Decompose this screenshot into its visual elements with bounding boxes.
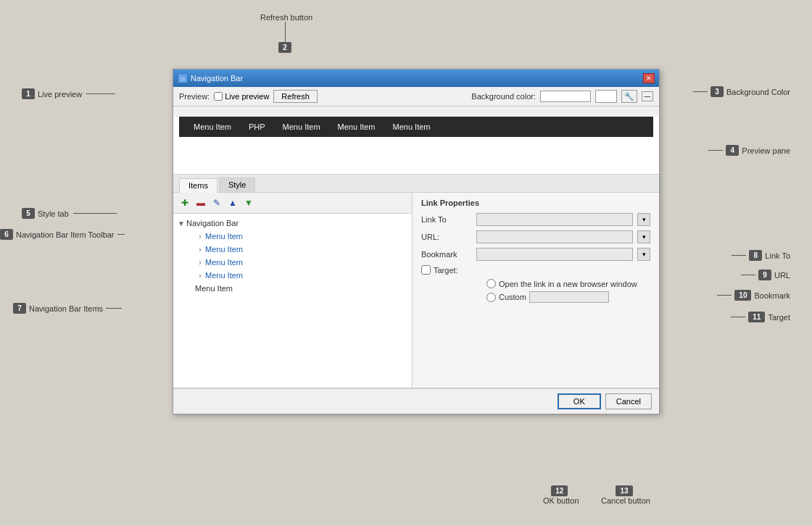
toolbar-row: Preview: Live preview Refresh Background… [173,87,659,107]
eyedropper-icon: 🔧 [624,92,634,101]
tree-item-1[interactable]: › Menu Item [173,230,412,243]
navigation-bar-dialog: ▤ Navigation Bar ✕ Preview: Live preview… [173,69,660,414]
annotation-target: 11 Target [731,312,790,322]
bg-color-label: Background color: [471,92,536,101]
nav-preview-item-3[interactable]: Menu Item [274,120,329,134]
bottom-bar: OK Cancel [173,388,659,414]
tab-items[interactable]: Items [179,178,218,193]
radio-new-window-row: Open the link in a new browser window [486,279,650,288]
bookmark-dropdown-button[interactable]: ▾ [637,248,650,261]
edit-item-button[interactable]: ✎ [210,196,224,210]
nav-preview-item-4[interactable]: Menu Item [329,120,384,134]
nav-preview-item-2[interactable]: PHP [240,120,274,134]
tree-item-5[interactable]: Menu Item [173,282,412,295]
preview-label: Preview: [179,92,210,101]
tree-item-3[interactable]: › Menu Item [173,256,412,269]
nav-preview-bar: Menu Item PHP Menu Item Menu Item Menu I… [179,117,653,137]
annotation-bookmark: 10 Bookmark [717,290,790,301]
target-checkbox-area: Target: [421,265,486,275]
nav-preview-item-1[interactable]: Menu Item [185,120,240,134]
tree-toggle-3: › [195,259,205,267]
move-up-button[interactable]: ▲ [225,196,240,210]
link-to-label: Link To [421,215,472,224]
bookmark-row: Bookmark ▾ [421,248,650,261]
main-content: ✚ ▬ ✎ ▲ ▼ ▼ Navigation Bar [173,193,659,388]
chevron-down-icon: ▾ [642,216,646,223]
annotation-style-tab: 5 Style tab [22,208,117,219]
radio-new-window[interactable] [486,279,496,288]
close-button[interactable]: ✕ [643,73,655,83]
target-row: Target: [421,265,650,275]
link-to-row: Link To ▾ [421,213,650,226]
live-preview-checkbox[interactable] [214,92,223,101]
nav-preview-item-5[interactable]: Menu Item [384,120,439,134]
link-properties-title: Link Properties [421,199,650,207]
target-checkbox[interactable] [421,265,431,275]
tree-toggle-root: ▼ [176,220,186,227]
tree-label-2: Menu Item [205,245,243,254]
title-bar-left: ▤ Navigation Bar [178,73,243,83]
tree-root-label: Navigation Bar [186,219,239,227]
remove-item-button[interactable]: ▬ [194,196,208,210]
eyedropper-button[interactable]: 🔧 [621,90,637,103]
toolbar-left: Preview: Live preview Refresh [179,90,318,103]
annotation-cancel-btn: 13 Cancel button [598,485,650,505]
annotation-preview-pane: 4 Preview pane [708,145,790,156]
radio-custom[interactable] [486,293,496,302]
url-row: URL: ▾ [421,230,650,243]
tree-area: ▼ Navigation Bar › Menu Item › [173,214,412,388]
refresh-button[interactable]: Refresh [273,90,318,103]
cancel-button[interactable]: Cancel [605,393,652,409]
radio-custom-input[interactable] [529,291,609,303]
title-bar: ▤ Navigation Bar ✕ [173,70,659,87]
tree-root[interactable]: ▼ Navigation Bar [173,217,412,230]
tree-label-5: Menu Item [195,284,233,293]
left-panel: ✚ ▬ ✎ ▲ ▼ ▼ Navigation Bar [173,193,413,388]
annotation-bg-color: 3 Background Color [693,86,790,97]
tree-toggle-1: › [195,233,205,241]
chevron-down-icon-2: ▾ [642,233,646,241]
radio-custom-row: Custom [486,291,650,303]
right-panel: Link Properties Link To ▾ URL: ▾ Bookmar… [413,193,659,388]
annotation-item-toolbar: 6 Navigation Bar Item Toolbar [0,229,125,240]
preview-area: Menu Item PHP Menu Item Menu Item Menu I… [173,117,659,175]
annotation-link-to: 8 Link To [732,250,790,261]
url-label: URL: [421,233,472,241]
bg-color-input[interactable]: #FFFFFF [540,91,591,102]
radio-custom-label: Custom [499,293,526,301]
tree-item-4[interactable]: › Menu Item [173,269,412,282]
tree-label-3: Menu Item [205,258,243,267]
annotation-url: 9 URL [741,270,790,280]
annotation-live-preview: 1 Live preview [22,88,115,99]
bookmark-label: Bookmark [421,250,472,259]
live-preview-wrap: Live preview [214,92,269,101]
link-to-input[interactable] [476,213,633,226]
ok-button[interactable]: OK [558,393,601,409]
live-preview-label: Live preview [225,92,269,101]
url-dropdown-button[interactable]: ▾ [637,230,650,243]
color-swatch[interactable] [595,90,617,103]
item-toolbar: ✚ ▬ ✎ ▲ ▼ [173,193,412,214]
tab-style[interactable]: Style [219,178,255,192]
tree-toggle-2: › [195,246,205,254]
tabs-row: Items Style [173,175,659,193]
tree-label-4: Menu Item [205,271,243,280]
tree-toggle-4: › [195,272,205,280]
dialog-title: Navigation Bar [191,74,243,83]
toolbar-right: Background color: #FFFFFF 🔧 — [471,90,653,103]
tree-label-1: Menu Item [205,232,243,241]
chevron-down-icon-3: ▾ [642,251,646,258]
minimize-icon: — [645,93,651,100]
tree-item-2[interactable]: › Menu Item [173,243,412,256]
annotation-nav-items: 7 Navigation Bar Items [13,303,122,314]
move-down-button[interactable]: ▼ [241,196,256,210]
link-to-dropdown-button[interactable]: ▾ [637,213,650,226]
annotation-ok-btn: 12 OK button [540,485,579,505]
bookmark-input[interactable] [476,248,633,261]
annotation-refresh-top: Refresh button 2 [257,13,312,53]
target-label: Target: [434,266,484,275]
minimize-button[interactable]: — [642,91,653,101]
dialog-icon: ▤ [178,73,188,83]
add-item-button[interactable]: ✚ [178,196,192,210]
url-input[interactable] [476,230,633,243]
